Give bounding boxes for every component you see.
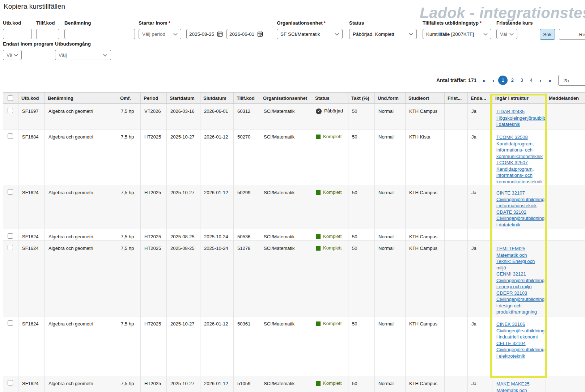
cell-omf: 7,5 hp [117, 104, 141, 129]
row-checkbox[interactable] [8, 108, 13, 113]
cell-enda [468, 229, 492, 240]
chevron-down-icon [409, 33, 413, 35]
page-size-select[interactable]: 25 [558, 75, 585, 86]
cell-status: Komplett [312, 229, 348, 240]
cell-start: 2025-10-27 [167, 185, 200, 229]
struktur-link[interactable]: CENMI 32121 Civilingenjörsutbildning i e… [496, 271, 544, 289]
header-cell: Utb.kod [18, 93, 45, 103]
fristaende-kurs-label: Fristående kurs [496, 20, 533, 27]
organisationsenhet-select[interactable]: SF SCI/Matematik [277, 29, 343, 39]
page-button-4[interactable]: 4 [526, 76, 536, 85]
page-button-1[interactable]: 1 [498, 76, 508, 85]
status-select[interactable]: Påbörjad, Komplett [349, 29, 417, 39]
struktur-link[interactable]: MAKE MAKE25 Matematik och [496, 381, 530, 392]
cell-struktur: TCOMK 32508 Kandidatprogram, information… [492, 129, 546, 185]
cell-status: Komplett [312, 129, 348, 185]
sok-button[interactable]: Sök [540, 29, 555, 40]
struktur-link-line: CDEPR 32103 Civilingenjörsutbildning i d… [496, 290, 542, 315]
table-row: SF1624Algebra och geometri7,5 hpHT202520… [3, 376, 585, 392]
cell-period: HT2025 [141, 376, 167, 392]
cell-takt: 50 [348, 376, 375, 392]
cell-benamning: Algebra och geometri [45, 129, 117, 185]
cell-benamning: Algebra och geometri [45, 185, 117, 229]
select-all-checkbox[interactable] [8, 95, 13, 101]
first-page-button[interactable]: « [479, 77, 489, 84]
cell-start: 2025-08-25 [167, 229, 200, 240]
calendar-button[interactable] [217, 29, 223, 39]
row-checkbox[interactable] [8, 233, 13, 239]
page-numbers: 1234 [498, 76, 536, 85]
cell-org: SCI/Matematik [260, 241, 312, 316]
status-komplett-icon [316, 381, 321, 386]
struktur-link[interactable]: TCOMK 32508 Kandidatprogram, information… [496, 135, 543, 159]
cell-undform: Normal [375, 185, 406, 229]
cell-struktur: MAKE MAKE25 Matematik och [492, 376, 546, 392]
page-button-3[interactable]: 3 [517, 76, 526, 85]
cell-tillfkod: 51278 [234, 241, 260, 316]
chevron-down-icon [14, 54, 18, 56]
benamning-input[interactable] [64, 29, 135, 39]
tillfkod-input[interactable] [36, 29, 59, 39]
struktur-link[interactable]: CINEK 32106 Civilingenjörsutbildning i i… [496, 321, 544, 340]
header-cell: Organisationsenhet [260, 93, 312, 103]
header-cell: Studieort [406, 93, 445, 103]
required-icon: * [480, 20, 482, 26]
struktur-link[interactable]: CDATE 32102 Civilingenjörsutbildning i d… [496, 209, 544, 227]
row-checkbox[interactable] [8, 189, 13, 195]
row-checkbox[interactable] [8, 245, 13, 250]
page-button-2[interactable]: 2 [508, 76, 517, 85]
cell-ort: KTH Campus [406, 229, 445, 240]
struktur-link[interactable]: CINTE 32107 Civilingenjörsutbildning i i… [496, 190, 544, 208]
header-cell-select [3, 93, 18, 103]
cell-slut: 2025-10-24 [200, 241, 234, 316]
header-cell: Und.form [375, 93, 406, 103]
struktur-link-line: MAKE MAKE25 Matematik och [496, 381, 542, 392]
endast-inom-program-label: Endast inom program [3, 41, 54, 48]
cell-checkbox [3, 104, 18, 129]
cell-period: HT2025 [141, 185, 167, 229]
cell-meddelanden [546, 229, 585, 240]
header-cell: Status [312, 93, 348, 103]
struktur-link[interactable]: TCOMK 32507 Kandidatprogram, information… [496, 160, 543, 184]
calendar-button[interactable] [257, 29, 263, 39]
period-select[interactable]: Välj period [139, 29, 181, 39]
struktur-link-line: TCOMK 32507 Kandidatprogram, information… [496, 159, 542, 185]
header-cell: Startdatum [167, 93, 200, 103]
struktur-link[interactable]: TIDAB 32435 Högskoleingenjörsutbildning … [496, 109, 546, 127]
filter-startar-inom: Startar inom* Välj period 2025-08-25 202… [139, 20, 262, 39]
utbildningstyp-select[interactable]: Kurstillfälle [2007KTF] [423, 29, 491, 39]
cell-slut: 2025-10-24 [200, 229, 234, 240]
cell-undform: Normal [375, 104, 406, 129]
cell-ort: KTH Campus [406, 185, 445, 229]
date-to-input[interactable]: 2026-06-01 [226, 29, 262, 39]
cell-utbkod: SF1624 [18, 316, 45, 376]
benamning-label: Benämning [64, 20, 135, 27]
utbudsomgang-select[interactable]: Välj [55, 50, 111, 60]
struktur-link[interactable]: CELTE 32104 Civilingenjörsutbildning i e… [496, 341, 544, 359]
date-from-input[interactable]: 2025-08-25 [186, 29, 221, 39]
endast-inom-program-select[interactable]: Välj [3, 50, 22, 60]
struktur-link[interactable]: CDEPR 32103 Civilingenjörsutbildning i d… [496, 290, 544, 315]
cell-undform: Normal [375, 241, 406, 316]
filter-fristaende-kurs: Fristående kurs Välj [496, 20, 533, 39]
cell-checkbox [3, 241, 18, 316]
next-page-button[interactable]: › [536, 77, 545, 84]
fristaende-kurs-select[interactable]: Välj [496, 29, 517, 39]
struktur-link[interactable]: TEMI TEMI25 Matematik och Teknik: Energi… [496, 246, 535, 270]
previous-page-button[interactable]: ‹ [489, 77, 498, 84]
cell-frist [445, 129, 468, 185]
cell-checkbox [3, 129, 18, 185]
utbkod-input[interactable] [3, 29, 32, 39]
status-label: Komplett [323, 189, 342, 195]
row-checkbox[interactable] [8, 133, 13, 139]
cell-org: SCI/Matematik [260, 229, 312, 240]
last-page-button[interactable]: » [545, 77, 555, 84]
row-checkbox[interactable] [8, 380, 13, 385]
cell-org: SCI/Matematik [260, 376, 312, 392]
row-checkbox[interactable] [8, 320, 13, 326]
table-header-row: Utb.kodBenämningOmf.PeriodStartdatumSlut… [3, 92, 585, 104]
utbkod-label: Utb.kod [3, 20, 32, 27]
rensa-button[interactable]: Rensa [559, 29, 585, 40]
cell-status: ✔Påbörjad [312, 104, 348, 129]
required-icon: * [169, 20, 170, 26]
